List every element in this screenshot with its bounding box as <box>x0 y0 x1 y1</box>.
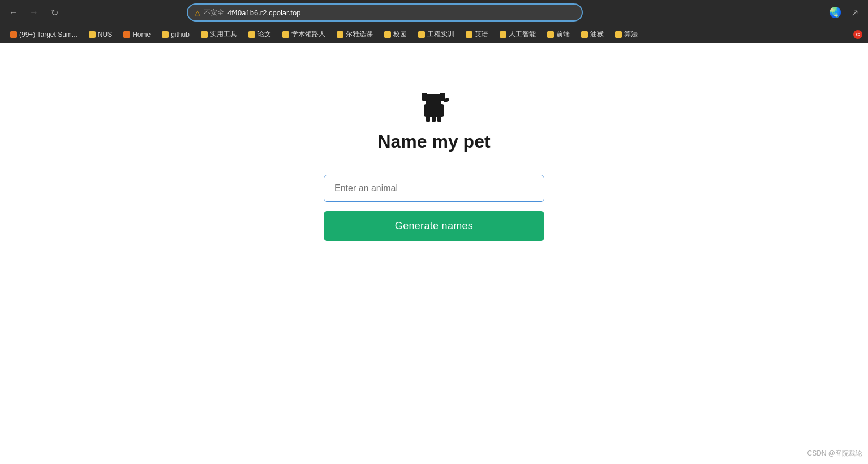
csdn-favicon: C <box>853 30 862 39</box>
bookmark-icon-english <box>466 31 472 38</box>
bookmark-nus[interactable]: NUS <box>84 29 117 40</box>
bookmark-paper[interactable]: 论文 <box>244 28 276 40</box>
bookmark-icon-paper <box>248 31 255 38</box>
bookmarks-bar: (99+) Target Sum... NUS Home github 实用工具… <box>0 25 868 43</box>
bookmark-frontend[interactable]: 前端 <box>543 28 574 40</box>
bookmark-monkey[interactable]: 油猴 <box>577 28 608 40</box>
bookmark-icon-erya <box>337 31 343 38</box>
svg-rect-6 <box>432 115 436 122</box>
security-warning-text: 不安全 <box>204 8 224 18</box>
watermark: CSDN @客院裁论 <box>807 449 862 458</box>
back-button[interactable]: ← <box>6 5 22 20</box>
bookmark-icon-monkey <box>581 31 588 38</box>
bookmark-icon-github <box>162 31 169 38</box>
bookmark-icon-nus <box>89 31 96 38</box>
bookmark-target-sum[interactable]: (99+) Target Sum... <box>6 29 82 40</box>
svg-rect-5 <box>426 115 430 122</box>
bookmark-icon-algorithm <box>615 31 622 38</box>
bookmark-github[interactable]: github <box>157 29 194 40</box>
svg-rect-7 <box>437 115 441 122</box>
bookmark-icon-target-sum <box>10 31 17 38</box>
svg-rect-1 <box>426 94 441 106</box>
bookmark-icon-frontend <box>547 31 554 38</box>
browser-toolbar: ← → ↻ △ 不安全 4f40a1b6.r2.cpolar.top 🌏 ↗ <box>0 0 868 25</box>
dog-icon <box>416 88 452 122</box>
svg-rect-2 <box>422 93 427 101</box>
generate-button[interactable]: Generate names <box>324 211 544 241</box>
share-button[interactable]: ↗ <box>846 5 862 20</box>
bookmark-engineering[interactable]: 工程实训 <box>414 28 459 40</box>
address-bar[interactable]: △ 不安全 4f40a1b6.r2.cpolar.top <box>187 3 583 22</box>
browser-actions: 🌏 ↗ <box>827 5 862 20</box>
bookmark-campus[interactable]: 校园 <box>380 28 411 40</box>
url-text: 4f40a1b6.r2.cpolar.top <box>227 8 575 17</box>
translate-button[interactable]: 🌏 <box>827 5 843 20</box>
form-container: Generate names <box>324 175 544 241</box>
bookmark-academic[interactable]: 学术领路人 <box>278 28 330 40</box>
bookmark-icon-tools <box>201 31 208 38</box>
bookmark-icon-academic <box>282 31 289 38</box>
forward-button[interactable]: → <box>26 5 42 20</box>
reload-button[interactable]: ↻ <box>46 5 62 20</box>
security-warning-icon: △ <box>195 8 200 17</box>
bookmark-tools[interactable]: 实用工具 <box>196 28 242 40</box>
bookmark-icon-campus <box>384 31 391 38</box>
bookmark-icon-ai <box>500 31 506 38</box>
pet-icon <box>416 88 452 124</box>
browser-chrome: ← → ↻ △ 不安全 4f40a1b6.r2.cpolar.top 🌏 ↗ (… <box>0 0 868 43</box>
page-title: Name my pet <box>377 131 490 152</box>
animal-input[interactable] <box>324 175 544 202</box>
bookmark-algorithm[interactable]: 算法 <box>611 28 642 40</box>
bookmark-ai[interactable]: 人工智能 <box>495 28 540 40</box>
csdn-icon: C <box>853 30 862 39</box>
bookmark-home[interactable]: Home <box>119 29 155 40</box>
bookmark-icon-home <box>123 31 130 38</box>
bookmark-english[interactable]: 英语 <box>461 28 493 40</box>
page-content: Name my pet Generate names <box>0 43 868 464</box>
bookmark-icon-engineering <box>418 31 425 38</box>
bookmark-erya[interactable]: 尔雅选课 <box>332 28 377 40</box>
